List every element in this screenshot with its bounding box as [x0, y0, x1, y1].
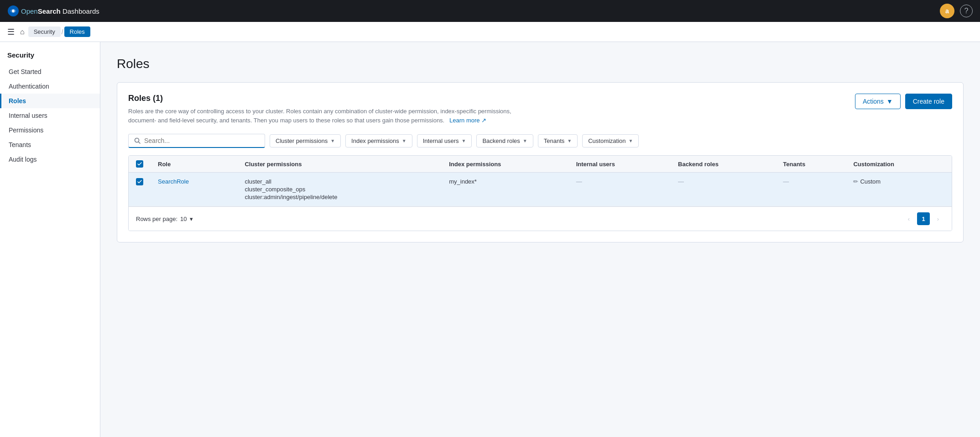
row-cluster-permissions: cluster_all cluster_composite_ops cluste… — [237, 173, 442, 206]
app-logo: OpenSearch Dashboards — [7, 5, 99, 17]
row-checkbox-cell[interactable] — [129, 173, 151, 206]
table-col-internal-users: Internal users — [569, 156, 671, 173]
table-footer: Rows per page: 10 ▾ ‹ 1 › — [129, 206, 952, 231]
roles-panel-actions: Actions ▼ Create role — [855, 94, 952, 109]
user-avatar[interactable]: a — [940, 4, 954, 18]
index-permissions-filter[interactable]: Index permissions ▼ — [345, 134, 412, 147]
table-row: SearchRole cluster_all cluster_composite… — [129, 173, 952, 206]
internal-users-filter[interactable]: Internal users ▼ — [417, 134, 472, 147]
top-nav: OpenSearch Dashboards a ? — [0, 0, 980, 22]
tenants-filter[interactable]: Tenants ▼ — [538, 134, 578, 147]
pagination: ‹ 1 › — [902, 212, 944, 225]
chevron-down-icon: ▼ — [886, 98, 893, 105]
breadcrumb-separator: / — [62, 28, 63, 36]
next-page-button[interactable]: › — [932, 212, 944, 225]
row-role-name[interactable]: SearchRole — [151, 173, 237, 206]
breadcrumb-security[interactable]: Security — [28, 26, 61, 37]
filter-row: Cluster permissions ▼ Index permissions … — [128, 134, 952, 148]
breadcrumb-roles[interactable]: Roles — [64, 26, 90, 37]
chevron-down-icon: ▼ — [330, 138, 335, 143]
roles-panel-header-left: Roles (1) Roles are the core way of cont… — [128, 94, 516, 125]
roles-panel-description: Roles are the core way of controlling ac… — [128, 107, 516, 125]
breadcrumb-bar: ☰ ⌂ Security / Roles — [0, 22, 980, 42]
menu-icon[interactable]: ☰ — [7, 27, 15, 37]
home-icon[interactable]: ⌂ — [20, 28, 25, 36]
table-col-role: Role — [151, 156, 237, 173]
chevron-down-icon: ▾ — [190, 216, 193, 222]
search-box[interactable] — [128, 134, 265, 148]
roles-table-container: Role Cluster permissions Index permissio… — [128, 155, 952, 231]
table-header-checkbox[interactable] — [129, 156, 151, 173]
sidebar-item-roles[interactable]: Roles — [0, 94, 100, 108]
row-index-permissions: my_index* — [442, 173, 568, 206]
sidebar-item-audit-logs[interactable]: Audit logs — [0, 152, 100, 167]
table-header-row: Role Cluster permissions Index permissio… — [129, 156, 952, 173]
table-col-index-permissions: Index permissions — [442, 156, 568, 173]
sidebar-item-tenants[interactable]: Tenants — [0, 137, 100, 152]
help-button[interactable]: ? — [960, 5, 973, 17]
chevron-down-icon: ▼ — [402, 138, 407, 143]
table-col-cluster-permissions: Cluster permissions — [237, 156, 442, 173]
page-1-button[interactable]: 1 — [917, 212, 930, 225]
row-backend-roles: — — [671, 173, 776, 206]
row-internal-users: — — [569, 173, 671, 206]
chevron-down-icon: ▼ — [462, 138, 466, 143]
sidebar-item-authentication[interactable]: Authentication — [0, 79, 100, 94]
learn-more-link[interactable]: Learn more ↗ — [448, 117, 486, 124]
select-all-checkbox[interactable] — [136, 160, 143, 168]
table-col-tenants: Tenants — [776, 156, 846, 173]
cluster-permissions-filter[interactable]: Cluster permissions ▼ — [270, 134, 341, 147]
main-content: Roles Roles (1) Roles are the core way o… — [100, 42, 980, 437]
page-title: Roles — [117, 57, 964, 71]
row-tenants: — — [776, 173, 846, 206]
roles-panel-title: Roles (1) — [128, 94, 516, 103]
create-role-button[interactable]: Create role — [905, 94, 952, 109]
backend-roles-filter[interactable]: Backend roles ▼ — [476, 134, 533, 147]
svg-point-1 — [12, 10, 15, 12]
sidebar-item-internal-users[interactable]: Internal users — [0, 108, 100, 123]
customization-filter[interactable]: Customization ▼ — [582, 134, 639, 147]
sidebar: Security Get Started Authentication Role… — [0, 42, 100, 437]
roles-table: Role Cluster permissions Index permissio… — [129, 156, 952, 206]
prev-page-button[interactable]: ‹ — [902, 212, 915, 225]
app-name: OpenSearch Dashboards — [21, 7, 99, 15]
table-col-customization: Customization — [846, 156, 952, 173]
roles-panel-header: Roles (1) Roles are the core way of cont… — [128, 94, 952, 125]
search-icon — [134, 137, 141, 144]
edit-icon: ✏ — [853, 178, 858, 185]
roles-panel: Roles (1) Roles are the core way of cont… — [117, 82, 964, 242]
actions-button[interactable]: Actions ▼ — [855, 94, 901, 109]
chevron-down-icon: ▼ — [629, 138, 633, 143]
row-customization[interactable]: ✏ Custom — [846, 173, 952, 206]
main-layout: Security Get Started Authentication Role… — [0, 42, 980, 437]
search-input[interactable] — [144, 137, 259, 144]
chevron-down-icon: ▼ — [567, 138, 572, 143]
table-col-backend-roles: Backend roles — [671, 156, 776, 173]
svg-line-3 — [139, 142, 141, 144]
sidebar-item-get-started[interactable]: Get Started — [0, 64, 100, 79]
sidebar-section-title: Security — [0, 51, 100, 64]
row-checkbox[interactable] — [136, 178, 143, 185]
chevron-down-icon: ▼ — [523, 138, 527, 143]
sidebar-item-permissions[interactable]: Permissions — [0, 123, 100, 137]
rows-per-page-selector[interactable]: Rows per page: 10 ▾ — [136, 216, 193, 222]
